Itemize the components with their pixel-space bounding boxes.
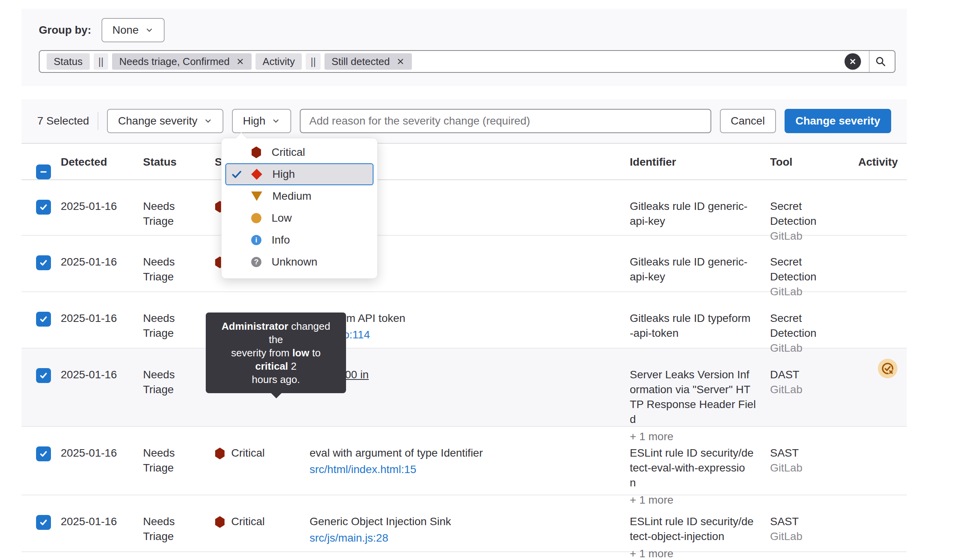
file-link[interactable]: o:114: [343, 327, 370, 342]
row-checkbox[interactable]: [36, 368, 51, 383]
activity-cell: [858, 495, 907, 560]
filter-token-attribute[interactable]: Status: [47, 53, 90, 70]
menu-item-low[interactable]: Low: [221, 207, 377, 229]
activity-cell: [858, 180, 907, 244]
detected-cell: 2025-01-16: [61, 495, 143, 560]
table-header-row: Detected Status Severity Identifier Tool…: [22, 145, 907, 180]
tool-vendor: GitLab: [770, 382, 849, 397]
check-icon: [39, 371, 48, 380]
severity-label: Critical: [231, 446, 265, 461]
activity-cell: [858, 292, 907, 356]
column-header-tool: Tool: [770, 156, 858, 168]
filter-token-value[interactable]: Still detected: [324, 53, 412, 70]
severity-value-dropdown[interactable]: High: [232, 109, 292, 133]
file-link[interactable]: src/js/main.js:28: [310, 531, 388, 546]
vulnerability-title[interactable]: Typeform API token: [310, 311, 620, 326]
remove-token-icon[interactable]: [236, 57, 245, 66]
severity-unknown-icon: ?: [251, 257, 261, 267]
description-cell: Typeform API token o:114: [310, 292, 630, 356]
select-all-checkbox[interactable]: [36, 164, 51, 179]
status-cell: Needs Triage: [143, 180, 215, 244]
selected-count: 7 Selected: [37, 115, 89, 127]
menu-item-high[interactable]: High: [225, 163, 373, 185]
column-header-status: Status: [143, 156, 215, 168]
activity-cell: [858, 236, 907, 299]
table-row: 2025-01-16 Needs Triage Critical eval wi…: [22, 427, 907, 495]
vulnerability-title[interactable]: Generic Object Injection Sink: [310, 514, 620, 529]
identifier-cell: Gitleaks rule ID generic- api-key: [630, 180, 770, 244]
menu-item-critical[interactable]: Critical: [221, 141, 377, 163]
still-detected-activity-icon[interactable]: [878, 359, 897, 378]
remove-token-icon[interactable]: [396, 57, 405, 66]
identifier-cell: Gitleaks rule ID generic- api-key: [630, 236, 770, 299]
severity-critical-icon: [251, 146, 261, 158]
search-button[interactable]: [869, 51, 892, 72]
column-header-activity: Activity: [858, 156, 907, 168]
status-cell: Needs Triage: [143, 292, 215, 356]
status-cell: Needs Triage: [143, 236, 215, 299]
clear-search-button[interactable]: [845, 53, 861, 70]
clear-icon: [848, 57, 857, 66]
identifier-cell: ESLint rule ID security/de tect-object-i…: [630, 495, 770, 560]
filter-token-operator[interactable]: ||: [306, 53, 321, 70]
group-by-value: None: [112, 24, 139, 36]
tool-cell: SAST GitLab: [770, 495, 858, 560]
filter-token-attribute[interactable]: Activity: [256, 53, 302, 70]
detected-cell: 2025-01-16: [61, 180, 143, 244]
description-cell: Generic Object Injection Sink src/js/mai…: [310, 495, 630, 560]
row-checkbox[interactable]: [36, 312, 51, 327]
row-checkbox[interactable]: [36, 255, 51, 270]
check-icon: [39, 449, 48, 459]
severity-label: Critical: [231, 514, 265, 529]
check-icon: [231, 168, 243, 180]
severity-change-reason-input[interactable]: [300, 109, 711, 133]
indeterminate-icon: [39, 168, 48, 176]
column-header-identifier: Identifier: [630, 156, 770, 168]
severity-critical-icon: [215, 516, 225, 528]
tool-vendor: GitLab: [770, 529, 849, 544]
table-row: 2025-01-16 Needs Triage Gitleaks rule ID…: [22, 236, 907, 292]
check-icon: [39, 314, 48, 324]
search-icon: [875, 56, 886, 67]
vulnerability-title[interactable]: eval with argument of type Identifier: [310, 446, 620, 461]
filter-token-operator[interactable]: ||: [94, 53, 109, 70]
table-row: 2025-01-16 Needs Triage Critical Generic…: [22, 495, 907, 552]
chevron-down-icon: [204, 117, 212, 125]
group-by-dropdown[interactable]: None: [102, 18, 165, 42]
check-icon: [39, 202, 48, 212]
vulnerability-table: Detected Status Severity Identifier Tool…: [22, 145, 907, 552]
table-row: 2025-01-16 Needs Triage Gitleaks rule ID…: [22, 180, 907, 236]
chevron-down-icon: [272, 117, 280, 125]
column-header-detected: Detected: [61, 156, 143, 168]
menu-item-medium[interactable]: Medium: [221, 185, 377, 207]
change-severity-dropdown[interactable]: Change severity: [107, 109, 223, 133]
bulk-edit-bar: 7 Selected Change severity High Cancel C…: [22, 99, 907, 144]
severity-info-icon: i: [251, 235, 261, 245]
severity-low-icon: [251, 213, 261, 223]
severity-medium-icon: [251, 191, 262, 201]
row-checkbox[interactable]: [36, 200, 51, 215]
filter-token-value[interactable]: Needs triage, Confirmed: [112, 53, 252, 70]
menu-item-info[interactable]: i Info: [221, 229, 377, 251]
severity-high-icon: [251, 169, 262, 180]
tool-cell: Secret Detection GitLab: [770, 292, 858, 356]
severity-critical-icon: [215, 448, 225, 459]
identifier-more-link[interactable]: + 1 more: [630, 546, 761, 560]
check-icon: [39, 258, 48, 267]
detected-cell: 2025-01-16: [61, 292, 143, 356]
tool-vendor: GitLab: [770, 461, 849, 475]
severity-change-tooltip: Administrator changed the severity from …: [206, 313, 346, 393]
menu-item-unknown[interactable]: ? Unknown: [221, 251, 377, 273]
filter-panel: Group by: None Status || Needs triage, C…: [22, 9, 907, 86]
row-checkbox[interactable]: [36, 446, 51, 461]
file-link[interactable]: src/html/index.html:15: [310, 462, 416, 477]
table-row: 2025-01-16 Needs Triage Critical CWE-200…: [22, 349, 907, 427]
cancel-button[interactable]: Cancel: [720, 109, 776, 133]
detected-cell: 2025-01-16: [61, 236, 143, 299]
identifier-cell: Gitleaks rule ID typeform -api-token: [630, 292, 770, 356]
row-checkbox[interactable]: [36, 515, 51, 530]
tool-cell: Secret Detection GitLab: [770, 236, 858, 299]
tool-cell: Secret Detection GitLab: [770, 180, 858, 244]
change-severity-submit-button[interactable]: Change severity: [785, 109, 891, 133]
filtered-search-bar[interactable]: Status || Needs triage, Confirmed Activi…: [39, 50, 895, 73]
